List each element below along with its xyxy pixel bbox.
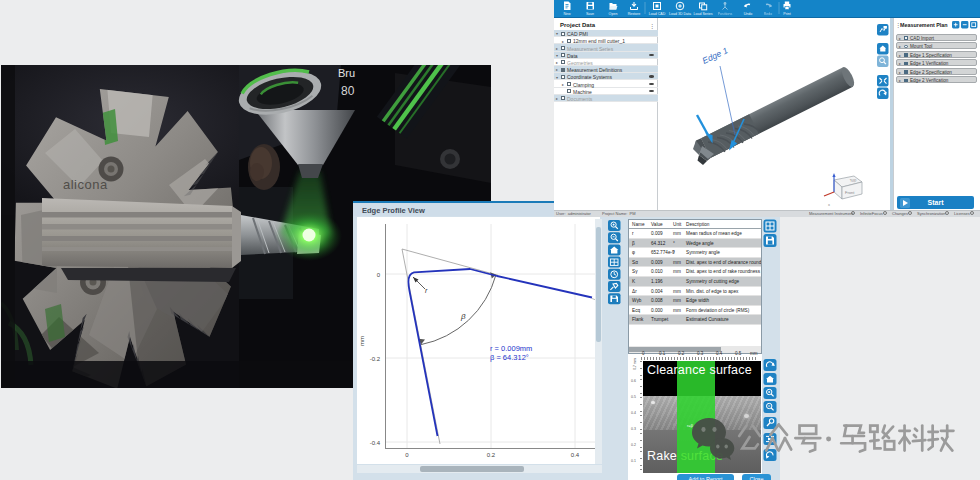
svg-text:mm: mm: [359, 336, 365, 346]
svg-text:-0.4: -0.4: [370, 440, 381, 446]
svg-text:Edge 1: Edge 1: [701, 45, 730, 66]
svg-text:r = 0.009mm: r = 0.009mm: [490, 344, 532, 353]
svg-text:β: β: [460, 312, 466, 321]
svg-text:0: 0: [377, 272, 381, 278]
svg-text:Load 3D Data: Load 3D Data: [669, 12, 691, 16]
svg-text:80: 80: [341, 84, 355, 98]
svg-text:-0.2: -0.2: [370, 356, 381, 362]
svg-text:alicona: alicona: [63, 177, 108, 192]
svg-text:Load Series: Load Series: [693, 12, 712, 16]
svg-text:0.4: 0.4: [571, 452, 580, 458]
svg-text:Print: Print: [783, 12, 790, 16]
svg-text:New: New: [563, 12, 571, 16]
svg-text:Restore: Restore: [628, 12, 641, 16]
svg-text:β = 64.312°: β = 64.312°: [490, 353, 529, 362]
svg-text:Positions: Positions: [718, 12, 733, 16]
svg-text:Save: Save: [586, 12, 594, 16]
svg-text:Open: Open: [609, 12, 618, 16]
svg-text:r: r: [425, 287, 428, 294]
svg-text:Undo: Undo: [744, 12, 753, 16]
svg-text:Front: Front: [845, 190, 855, 195]
svg-text:Bru: Bru: [338, 67, 355, 79]
svg-text:x: x: [828, 202, 830, 207]
svg-text:0: 0: [405, 452, 409, 458]
svg-text:0.2: 0.2: [487, 452, 496, 458]
svg-text:Redo: Redo: [764, 12, 773, 16]
svg-text:Load CAD: Load CAD: [649, 12, 666, 16]
